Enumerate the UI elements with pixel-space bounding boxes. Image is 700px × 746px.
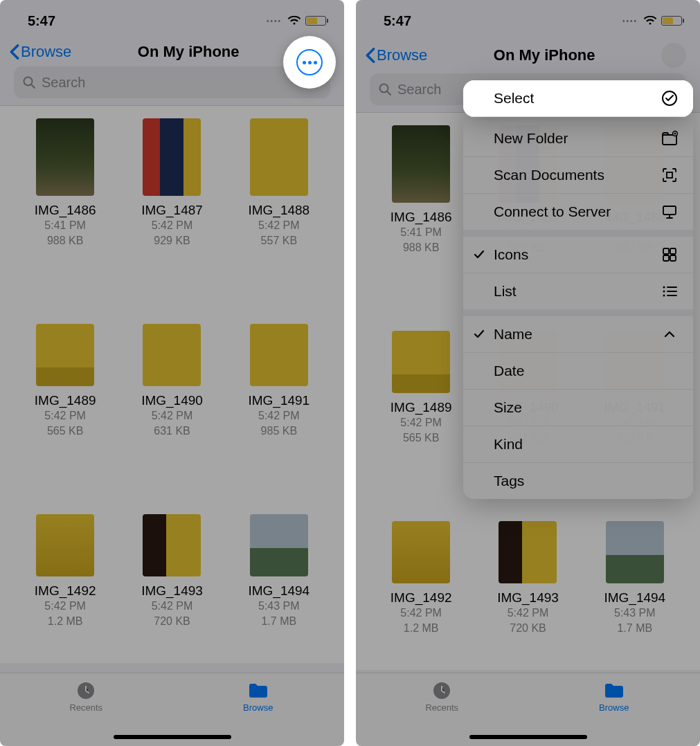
menu-item-select[interactable]: Select <box>463 80 693 117</box>
menu-label: Icons <box>494 246 528 263</box>
battery-icon <box>305 16 326 26</box>
folder-icon <box>603 682 625 700</box>
search-bar[interactable] <box>14 66 330 98</box>
menu-item-sort-tags[interactable]: Tags <box>463 463 693 499</box>
menu-label: List <box>494 283 517 300</box>
file-name: IMG_1491 <box>248 393 309 408</box>
file-item[interactable]: IMG_14925:42 PM1.2 MB <box>14 514 116 663</box>
thumbnail <box>606 521 664 583</box>
tab-bar: Recents Browse <box>0 673 344 746</box>
thumbnail <box>143 324 201 386</box>
search-icon <box>22 75 36 89</box>
file-name: IMG_1489 <box>35 393 96 408</box>
menu-label: Size <box>494 399 522 416</box>
folder-icon <box>247 682 269 700</box>
clock-icon <box>431 682 453 700</box>
thumbnail <box>250 324 308 386</box>
svg-point-15 <box>663 286 665 289</box>
thumbnail <box>392 331 450 393</box>
menu-item-scan[interactable]: Scan Documents <box>463 157 693 194</box>
tab-bar: Recents Browse <box>356 673 700 746</box>
thumbnail <box>499 521 557 583</box>
menu-item-icons-view[interactable]: Icons <box>463 237 693 273</box>
thumbnail <box>250 118 308 196</box>
checkmark-icon <box>473 248 485 261</box>
file-item[interactable]: IMG_14945:43 PM1.7 MB <box>228 514 330 663</box>
file-size: 985 KB <box>261 424 297 439</box>
svg-rect-14 <box>670 255 676 261</box>
file-size: 929 KB <box>154 233 190 248</box>
file-size: 1.7 MB <box>261 614 296 629</box>
file-item[interactable]: IMG_14865:41 PM988 KB <box>370 125 472 289</box>
file-name: IMG_1493 <box>497 590 559 606</box>
menu-label: Name <box>494 326 532 343</box>
back-label: Browse <box>21 43 71 61</box>
file-item[interactable]: IMG_14925:42 PM1.2 MB <box>370 521 472 670</box>
wifi-icon <box>287 16 301 26</box>
svg-rect-11 <box>663 248 669 254</box>
ellipsis-icon <box>303 61 317 64</box>
file-size: 720 KB <box>510 621 546 636</box>
menu-item-sort-name[interactable]: Name <box>463 316 693 353</box>
menu-label: Tags <box>494 473 524 489</box>
tab-label: Browse <box>243 702 273 713</box>
file-item[interactable]: IMG_14905:42 PM631 KB <box>120 324 223 473</box>
file-size: 988 KB <box>47 233 83 248</box>
file-name: IMG_1493 <box>141 583 203 599</box>
search-icon <box>378 82 392 96</box>
home-indicator[interactable] <box>114 735 231 739</box>
select-check-icon <box>661 90 678 107</box>
thumbnail <box>392 125 450 203</box>
tab-label: Recents <box>69 702 102 713</box>
new-folder-icon <box>661 130 678 147</box>
file-item[interactable]: IMG_14935:42 PM720 KB <box>120 514 223 663</box>
svg-rect-10 <box>663 206 676 215</box>
clock: 5:47 <box>28 13 55 29</box>
file-item[interactable]: IMG_14865:41 PM988 KB <box>14 118 116 282</box>
menu-item-sort-size[interactable]: Size <box>463 390 693 426</box>
menu-item-new-folder[interactable]: New Folder <box>463 120 693 157</box>
file-name: IMG_1490 <box>141 393 203 408</box>
thumbnail <box>392 521 450 583</box>
search-input[interactable] <box>42 75 322 91</box>
file-item[interactable]: IMG_14875:42 PM929 KB <box>120 118 223 282</box>
file-item[interactable]: IMG_14945:43 PM1.7 MB <box>584 521 686 670</box>
home-indicator[interactable] <box>469 735 587 739</box>
more-button[interactable] <box>661 43 686 68</box>
clock: 5:47 <box>384 13 411 29</box>
menu-item-list-view[interactable]: List <box>463 273 693 309</box>
menu-item-sort-kind[interactable]: Kind <box>463 426 693 463</box>
file-item[interactable]: IMG_14895:42 PM565 KB <box>370 331 472 480</box>
status-bar: 5:47 •••• <box>356 0 700 36</box>
page-title: On My iPhone <box>494 46 595 64</box>
file-name: IMG_1494 <box>248 583 309 599</box>
thumbnail <box>250 514 308 576</box>
file-item[interactable]: IMG_14895:42 PM565 KB <box>14 324 116 473</box>
file-item[interactable]: IMG_14935:42 PM720 KB <box>476 521 579 670</box>
svg-rect-9 <box>667 172 672 178</box>
file-time: 5:42 PM <box>152 599 193 614</box>
file-size: 1.2 MB <box>404 621 439 636</box>
thumbnail <box>143 118 201 196</box>
file-item[interactable]: IMG_14915:42 PM985 KB <box>228 324 330 473</box>
more-button[interactable] <box>296 49 323 75</box>
thumbnail <box>36 514 94 576</box>
cell-signal-icon: •••• <box>622 17 638 25</box>
file-name: IMG_1488 <box>248 203 309 218</box>
menu-item-sort-date[interactable]: Date <box>463 353 693 390</box>
file-grid[interactable]: IMG_14865:41 PM988 KBIMG_14875:42 PM929 … <box>0 105 344 663</box>
svg-point-17 <box>663 295 665 297</box>
file-size: 631 KB <box>154 424 190 439</box>
file-name: IMG_1487 <box>141 203 203 218</box>
back-button[interactable]: Browse <box>10 43 71 61</box>
context-menu-body: New Folder Scan Documents Connect to Ser… <box>463 120 693 499</box>
menu-label: New Folder <box>494 130 568 147</box>
menu-item-connect[interactable]: Connect to Server <box>463 194 693 230</box>
file-size: 1.2 MB <box>48 614 83 629</box>
back-button[interactable]: Browse <box>366 46 427 64</box>
file-item[interactable]: IMG_14885:42 PM557 KB <box>228 118 330 282</box>
file-time: 5:43 PM <box>614 606 656 621</box>
svg-point-16 <box>663 291 665 293</box>
server-icon <box>661 203 678 220</box>
status-bar: 5:47 •••• <box>0 0 344 36</box>
